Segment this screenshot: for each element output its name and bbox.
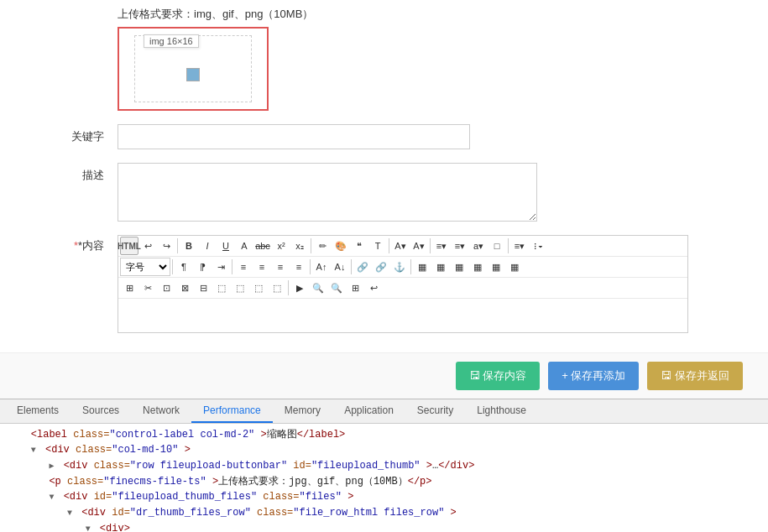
devtools-panel: Elements Sources Network Performance Mem… — [0, 399, 768, 532]
table1-btn[interactable]: ▦ — [413, 258, 431, 276]
bold-button[interactable]: B — [180, 237, 198, 255]
table6-btn[interactable]: ▦ — [505, 258, 524, 276]
highlight-button[interactable]: A▾ — [410, 237, 428, 255]
play-btn[interactable]: ▶ — [290, 279, 309, 297]
pen-button[interactable]: ✏ — [313, 237, 332, 255]
thumbnail-preview — [186, 68, 200, 81]
tab-network[interactable]: Network — [131, 399, 191, 423]
upload-hint: 上传格式要求：img、gif、png（10MB） — [118, 7, 768, 22]
separator-4 — [430, 238, 431, 253]
code-line-2: ▼ <div class="col-md-10" > — [0, 442, 768, 458]
save-return-button[interactable]: 🖫 保存并返回 — [647, 362, 743, 390]
keyword-label: 关键字 — [17, 124, 118, 144]
keyword-input[interactable] — [118, 124, 470, 149]
block-btn[interactable]: ⬚ — [212, 279, 231, 297]
tab-application[interactable]: Application — [332, 399, 405, 423]
tab-btn[interactable]: ⇥ — [212, 258, 230, 276]
separator-5 — [508, 238, 509, 253]
save-add-button[interactable]: + 保存再添加 — [548, 362, 639, 390]
align-left-btn[interactable]: ≡ — [234, 258, 253, 276]
code-line-6: ▼ <div id="dr_thumb_files_row" class="fi… — [0, 505, 768, 521]
zoom-in-btn[interactable]: 🔍 — [309, 279, 327, 297]
align-right-btn[interactable]: ≡ — [271, 258, 290, 276]
keyword-row: 关键字 — [0, 117, 768, 156]
upload-section: 上传格式要求：img、gif、png（10MB） img 16×16 — [0, 0, 768, 117]
indent2-btn[interactable]: ⁋ — [193, 258, 212, 276]
redo-button[interactable]: ↪ — [157, 237, 175, 255]
table2-btn[interactable]: ▦ — [431, 258, 450, 276]
indent-button[interactable]: a▾ — [469, 237, 488, 255]
separator-3 — [389, 238, 389, 253]
upload-box-inner: img 16×16 — [134, 35, 252, 102]
code-line-5: ▼ <div id="fileupload_thumb_files" class… — [0, 489, 768, 505]
block2-btn[interactable]: ⬚ — [231, 279, 249, 297]
separator-2 — [311, 238, 311, 253]
link-btn[interactable]: 🔗 — [353, 258, 372, 276]
toolbar-row-1: HTML ↩ ↪ B I U A abc x² x₂ ✏ 🎨 ❝ T A▾ A▾ — [118, 236, 687, 257]
underline-button[interactable]: U — [217, 237, 235, 255]
box-button[interactable]: □ — [488, 237, 506, 255]
italic-button[interactable]: I — [198, 237, 217, 255]
font-up-btn[interactable]: A↑ — [312, 258, 331, 276]
align-button[interactable]: ≡▾ — [510, 237, 529, 255]
block3-btn[interactable]: ⬚ — [249, 279, 268, 297]
block4-btn[interactable]: ⬚ — [268, 279, 286, 297]
img-tooltip: img 16×16 — [144, 34, 199, 48]
strikethrough-button[interactable]: abc — [253, 237, 272, 255]
action-bar: 🖫 保存内容 + 保存再添加 🖫 保存并返回 — [0, 352, 768, 399]
align-justify-btn[interactable]: ≡ — [290, 258, 308, 276]
anchor-btn[interactable]: ⚓ — [390, 258, 409, 276]
fullscreen-btn[interactable]: ⊞ — [346, 279, 364, 297]
tab-memory[interactable]: Memory — [273, 399, 332, 423]
tab-performance[interactable]: Performance — [191, 399, 273, 423]
para-btn[interactable]: ¶ — [175, 258, 193, 276]
delete-btn[interactable]: ⊟ — [194, 279, 212, 297]
paste-btn[interactable]: ⊠ — [175, 279, 194, 297]
desc-row: 描述 — [0, 156, 768, 228]
list-button[interactable]: ≡▾ — [432, 237, 451, 255]
html-button[interactable]: HTML — [120, 237, 138, 255]
font-down-btn[interactable]: A↓ — [331, 258, 349, 276]
separator-7 — [232, 259, 232, 274]
separator-9 — [351, 259, 352, 274]
tab-lighthouse[interactable]: Lighthouse — [465, 399, 538, 423]
code-line-4: <p class="finecms-file-ts" >上传格式要求：jpg、g… — [0, 474, 768, 489]
list2-button[interactable]: ≡▾ — [451, 237, 469, 255]
tab-sources[interactable]: Sources — [71, 399, 131, 423]
link2-btn[interactable]: 🔗 — [372, 258, 390, 276]
separator-10 — [410, 259, 411, 274]
editor-body[interactable] — [118, 299, 687, 332]
cut-btn[interactable]: ✂ — [138, 279, 157, 297]
upload-box[interactable]: img 16×16 — [118, 27, 269, 111]
font-size-select[interactable]: 字号 — [120, 258, 170, 276]
devtools-tabs: Elements Sources Network Performance Mem… — [0, 399, 768, 424]
tab-security[interactable]: Security — [405, 399, 465, 423]
undo-button[interactable]: ↩ — [138, 237, 157, 255]
content-label: **内容 — [17, 235, 118, 253]
return-btn[interactable]: ↩ — [364, 279, 383, 297]
separator-1 — [177, 238, 178, 253]
tab-elements[interactable]: Elements — [5, 399, 71, 423]
align-center-btn[interactable]: ≡ — [253, 258, 271, 276]
separator-6 — [172, 259, 173, 274]
font-color2-button[interactable]: A▾ — [391, 237, 410, 255]
content-row: **内容 HTML ↩ ↪ B I U A abc x² x₂ ✏ 🎨 ❝ T — [0, 228, 768, 340]
zoom-out-btn[interactable]: 🔍 — [327, 279, 346, 297]
table4-btn[interactable]: ▦ — [468, 258, 487, 276]
save-button[interactable]: 🖫 保存内容 — [456, 362, 541, 390]
table3-btn[interactable]: ▦ — [450, 258, 468, 276]
superscript-button[interactable]: x² — [272, 237, 290, 255]
text-button[interactable]: T — [368, 237, 387, 255]
desc-label: 描述 — [17, 163, 118, 183]
insert-btn[interactable]: ⊞ — [120, 279, 138, 297]
code-line-7: ▼ <div> — [0, 521, 768, 532]
devtools-code: <label class="control-label col-md-2" >缩… — [0, 424, 768, 532]
font-color-button[interactable]: A — [235, 237, 253, 255]
copy-btn[interactable]: ⊡ — [157, 279, 175, 297]
table5-btn[interactable]: ▦ — [487, 258, 505, 276]
more-button[interactable]: ⫶▾ — [529, 237, 547, 255]
subscript-button[interactable]: x₂ — [290, 237, 309, 255]
desc-textarea[interactable] — [118, 163, 537, 222]
color-button[interactable]: 🎨 — [332, 237, 350, 255]
quote-button[interactable]: ❝ — [350, 237, 368, 255]
